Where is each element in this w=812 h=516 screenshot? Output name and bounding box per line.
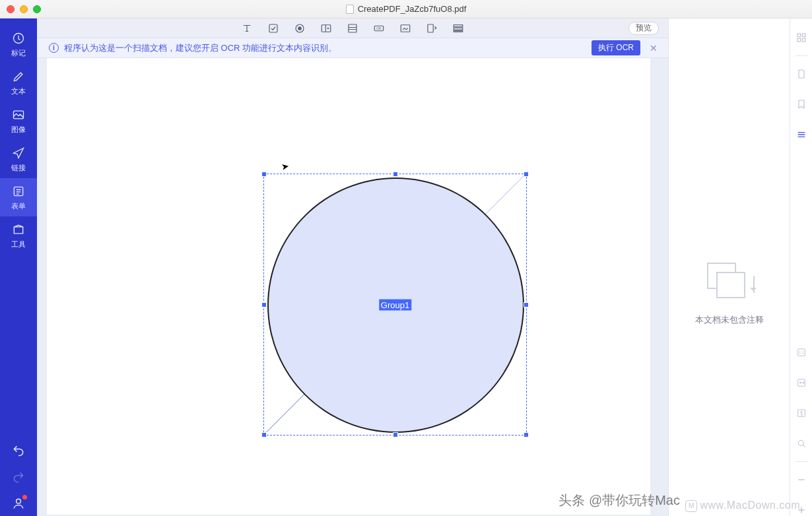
sidebar-left: 标记 文本 图像 链接 表单 (0, 18, 37, 516)
link-icon (12, 146, 25, 160)
sidebar-item-form[interactable]: 表单 (0, 178, 37, 216)
close-window-button[interactable] (7, 5, 15, 13)
zoom-fit-button[interactable]: 1:1 (795, 346, 807, 358)
thumbnails-tab[interactable] (795, 32, 807, 44)
sidebar-item-tools[interactable]: 工具 (0, 216, 37, 255)
ocr-banner: i 程序认为这是一个扫描文档，建议您开启 OCR 功能进行文本内容识别。 执行 … (37, 38, 668, 58)
zoom-page-button[interactable] (795, 407, 807, 419)
more-tools[interactable] (452, 22, 465, 35)
sidebar-label: 图像 (11, 125, 26, 135)
empty-annotations-icon (703, 263, 756, 302)
resize-handle-bm[interactable] (393, 432, 398, 437)
svg-point-3 (17, 499, 21, 503)
resize-handle-br[interactable] (524, 432, 529, 437)
svg-rect-4 (269, 24, 277, 32)
svg-rect-13 (454, 24, 463, 26)
radio-tool[interactable] (293, 22, 306, 35)
text-edit-icon (12, 70, 25, 83)
window-controls (7, 5, 41, 13)
sidebar-label: 标记 (11, 48, 26, 58)
resize-handle-tm[interactable] (393, 172, 398, 177)
resize-handle-ml[interactable] (261, 302, 267, 307)
app-body: 标记 文本 图像 链接 表单 (0, 18, 812, 516)
svg-text:1:1: 1:1 (799, 350, 803, 354)
cursor-icon: ➤ (281, 160, 290, 172)
tools-icon (12, 223, 25, 236)
button-tool[interactable]: OK (372, 22, 386, 35)
mark-icon (12, 32, 25, 45)
sidebar-item-text[interactable]: 文本 (0, 63, 37, 102)
redo-button[interactable] (11, 470, 26, 484)
svg-rect-17 (802, 34, 805, 37)
svg-rect-7 (321, 24, 331, 32)
resize-handle-tr[interactable] (524, 172, 529, 177)
filename-label: CreatePDF_JaZcb7fuO8.pdf (358, 4, 467, 14)
group-label: Group1 (379, 299, 411, 310)
image-icon (12, 108, 25, 121)
banner-close-button[interactable]: ✕ (646, 43, 661, 53)
page-tab[interactable] (795, 68, 807, 80)
sidebar-label: 链接 (11, 163, 26, 173)
sidebar-label: 文本 (11, 86, 26, 96)
watermark-right: Mwww.MacDown.com (685, 500, 800, 512)
sidebar-bottom (0, 443, 37, 516)
annotations-tab[interactable] (795, 129, 807, 141)
document-icon (346, 5, 354, 14)
window-title: CreatePDF_JaZcb7fuO8.pdf (0, 4, 812, 14)
checkbox-tool[interactable] (267, 22, 280, 35)
watermark-left: 头条 @带你玩转Mac (558, 492, 680, 509)
notification-dot (22, 495, 27, 500)
svg-text:OK: OK (376, 26, 382, 30)
zoom-out-button[interactable] (795, 474, 807, 486)
resize-handle-bl[interactable] (261, 432, 267, 437)
sidebar-item-image[interactable]: 图像 (0, 102, 37, 140)
svg-point-6 (298, 26, 302, 30)
image-field-tool[interactable] (425, 22, 438, 35)
zoom-width-button[interactable] (795, 377, 807, 389)
sidebar-label: 工具 (11, 240, 26, 249)
svg-rect-14 (454, 28, 463, 30)
svg-rect-18 (797, 38, 801, 42)
sidebar-item-link[interactable]: 链接 (0, 140, 37, 178)
document-area[interactable]: ➤ Group1 (37, 58, 668, 516)
annotations-panel: 本文档未包含注释 (668, 18, 790, 516)
form-object-selection[interactable]: Group1 (263, 174, 527, 435)
minimize-window-button[interactable] (20, 5, 28, 13)
undo-button[interactable] (11, 443, 26, 458)
sidebar-item-mark[interactable]: 标记 (0, 25, 37, 63)
bookmark-tab[interactable] (795, 98, 807, 110)
info-icon: i (49, 43, 59, 53)
combobox-tool[interactable] (320, 22, 333, 35)
preview-button[interactable]: 预览 (628, 22, 659, 35)
svg-rect-15 (454, 30, 463, 32)
svg-point-24 (798, 440, 803, 445)
pdf-page[interactable]: ➤ Group1 (47, 58, 650, 515)
listbox-tool[interactable] (346, 22, 359, 35)
right-rail: 1:1 (790, 18, 812, 516)
form-icon (12, 185, 25, 198)
resize-handle-mr[interactable] (524, 302, 529, 307)
resize-handle-tl[interactable] (261, 172, 267, 177)
titlebar: CreatePDF_JaZcb7fuO8.pdf (0, 0, 812, 18)
form-toolbar: OK 预览 (37, 18, 668, 38)
empty-annotations-text: 本文档未包含注释 (695, 314, 764, 326)
signature-tool[interactable] (399, 22, 412, 35)
svg-rect-12 (428, 24, 433, 32)
svg-rect-16 (797, 34, 801, 37)
zoom-select-button[interactable] (795, 437, 807, 449)
center-area: OK 预览 i 程序认为这是一个扫描文档，建议您开启 OCR 功能进行文本内容识… (37, 18, 668, 516)
sidebar-label: 表单 (11, 201, 26, 211)
maximize-window-button[interactable] (33, 5, 41, 13)
svg-rect-19 (802, 38, 805, 42)
svg-rect-8 (349, 24, 356, 32)
text-field-tool[interactable] (240, 22, 254, 35)
run-ocr-button[interactable]: 执行 OCR (592, 40, 640, 55)
user-button[interactable] (11, 496, 26, 511)
banner-message: 程序认为这是一个扫描文档，建议您开启 OCR 功能进行文本内容识别。 (64, 42, 586, 54)
